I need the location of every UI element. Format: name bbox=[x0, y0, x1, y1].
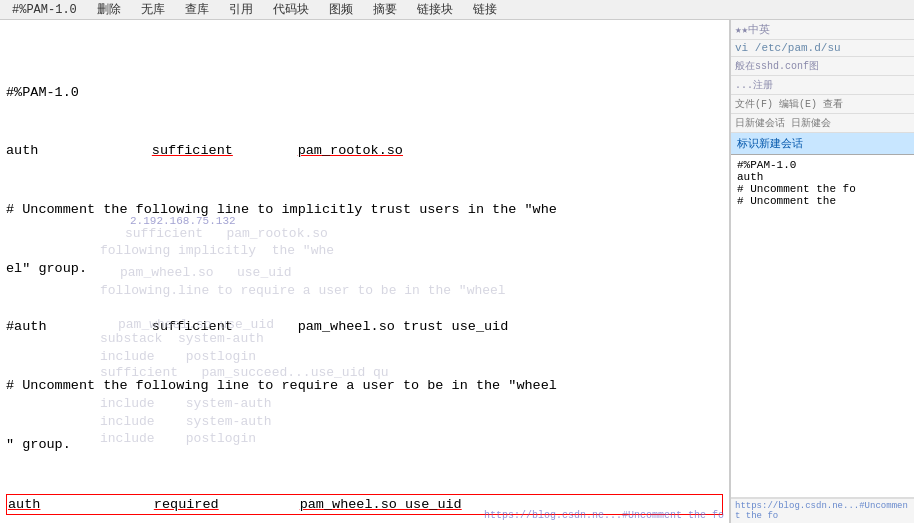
code-content: #%PAM-1.0 auth sufficient pam_rootok.so … bbox=[6, 24, 723, 523]
toolbar-linkblock[interactable]: 链接块 bbox=[413, 1, 457, 18]
right-code-line-2: auth bbox=[737, 171, 908, 183]
toolbar-image[interactable]: 图频 bbox=[325, 1, 357, 18]
right-session-menu[interactable]: 日新健会话 日新健会 bbox=[731, 114, 914, 133]
right-new-session[interactable]: 标识新建会话 bbox=[731, 133, 914, 155]
code-line-8: auth required pam_wheel.so use_uid bbox=[8, 495, 721, 515]
right-code-line-3: # Uncomment the fo bbox=[737, 183, 908, 195]
toolbar-nolib[interactable]: 无库 bbox=[137, 1, 169, 18]
main-content: #%PAM-1.0 auth sufficient pam_rootok.so … bbox=[0, 20, 914, 523]
toolbar-searchlib[interactable]: 查库 bbox=[181, 1, 213, 18]
right-code-preview: #%PAM-1.0 auth # Uncomment the fo # Unco… bbox=[731, 155, 914, 498]
right-cn-2: 般在sshd.conf图 bbox=[731, 57, 914, 76]
toolbar: #%PAM-1.0 删除 无库 查库 引用 代码块 图频 摘要 链接块 链接 bbox=[0, 0, 914, 20]
code-panel[interactable]: #%PAM-1.0 auth sufficient pam_rootok.so … bbox=[0, 20, 730, 523]
code-line-5: #auth sufficient pam_wheel.so trust use_… bbox=[6, 317, 723, 337]
code-line-7: " group. bbox=[6, 435, 723, 455]
toolbar-delete[interactable]: 删除 bbox=[93, 1, 125, 18]
code-line-3: # Uncomment the following line to implic… bbox=[6, 200, 723, 220]
right-code-line-4: # Uncomment the bbox=[737, 195, 908, 207]
right-path: vi /etc/pam.d/su bbox=[731, 40, 914, 57]
code-line-6: # Uncomment the following line to requir… bbox=[6, 376, 723, 396]
code-line-8-box: auth required pam_wheel.so use_uid bbox=[6, 494, 723, 516]
right-file-menu[interactable]: 文件(F) 编辑(E) 查看 bbox=[731, 95, 914, 114]
right-cn-1: ★★中英 bbox=[731, 20, 914, 40]
code-line-2: auth sufficient pam_rootok.so bbox=[6, 141, 723, 161]
code-line-4: el" group. bbox=[6, 259, 723, 279]
toolbar-link[interactable]: 链接 bbox=[469, 1, 501, 18]
toolbar-filename[interactable]: #%PAM-1.0 bbox=[8, 3, 81, 17]
right-panel: ★★中英 vi /etc/pam.d/su 般在sshd.conf图 ...注册… bbox=[730, 20, 914, 523]
toolbar-quote[interactable]: 引用 bbox=[225, 1, 257, 18]
right-code-line-1: #%PAM-1.0 bbox=[737, 159, 908, 171]
toolbar-codeblock[interactable]: 代码块 bbox=[269, 1, 313, 18]
right-cn-3: ...注册 bbox=[731, 76, 914, 95]
right-url: https://blog.csdn.ne...#Uncomment the fo bbox=[731, 498, 914, 523]
code-line-1: #%PAM-1.0 bbox=[6, 83, 723, 103]
toolbar-summary[interactable]: 摘要 bbox=[369, 1, 401, 18]
